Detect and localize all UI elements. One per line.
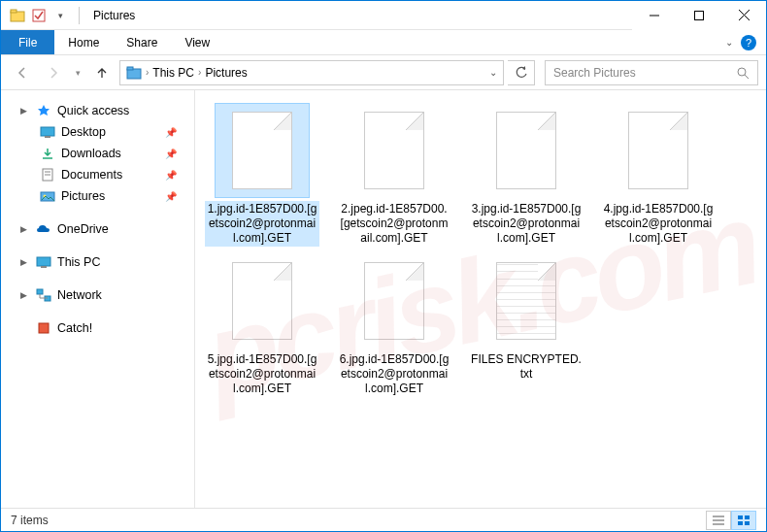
sidebar-thispc[interactable]: ▶This PC bbox=[1, 251, 194, 273]
file-name: 1.jpg.id-1E857D00.[getscoin2@protonmail.… bbox=[205, 201, 319, 247]
file-name: 5.jpg.id-1E857D00.[getscoin2@protonmail.… bbox=[205, 351, 319, 397]
share-tab[interactable]: Share bbox=[113, 30, 171, 54]
svg-point-9 bbox=[738, 68, 746, 76]
address-bar[interactable]: › This PC › Pictures ⌄ bbox=[119, 60, 504, 85]
sidebar-item-documents[interactable]: Documents📌 bbox=[1, 164, 194, 185]
sidebar-catch[interactable]: Catch! bbox=[1, 317, 194, 339]
sidebar-quick-access[interactable]: ▶Quick access bbox=[1, 100, 194, 121]
svg-rect-4 bbox=[695, 11, 704, 19]
titlebar: ▾ Pictures bbox=[1, 1, 766, 30]
file-thumbnail bbox=[612, 104, 705, 197]
blank-file-icon bbox=[364, 112, 424, 189]
navigation-bar: ▾ › This PC › Pictures ⌄ Search Pictures bbox=[1, 55, 766, 90]
blank-file-icon bbox=[232, 112, 292, 189]
pin-icon: 📌 bbox=[165, 170, 186, 181]
recent-dropdown[interactable]: ▾ bbox=[71, 59, 84, 86]
details-view-button[interactable] bbox=[706, 511, 731, 530]
svg-rect-25 bbox=[39, 323, 49, 333]
file-item[interactable]: 5.jpg.id-1E857D00.[getscoin2@protonmail.… bbox=[205, 254, 319, 397]
window-title: Pictures bbox=[93, 9, 135, 22]
svg-rect-20 bbox=[41, 266, 47, 268]
file-item[interactable]: 3.jpg.id-1E857D00.[getscoin2@protonmail.… bbox=[469, 104, 584, 247]
file-thumbnail bbox=[480, 104, 573, 197]
breadcrumb-pictures[interactable]: Pictures bbox=[205, 66, 247, 80]
sidebar-item-pictures[interactable]: Pictures📌 bbox=[1, 185, 194, 207]
file-item[interactable]: FILES ENCRYPTED.txt bbox=[469, 254, 584, 397]
svg-rect-11 bbox=[41, 127, 54, 136]
downloads-icon bbox=[40, 146, 55, 161]
window-controls bbox=[632, 1, 766, 30]
file-thumbnail bbox=[348, 254, 441, 348]
separator bbox=[79, 7, 80, 24]
minimize-button[interactable] bbox=[632, 1, 677, 30]
sidebar-item-downloads[interactable]: Downloads📌 bbox=[1, 143, 194, 164]
chevron-right-icon: › bbox=[198, 67, 201, 78]
onedrive-icon bbox=[36, 221, 51, 237]
file-thumbnail bbox=[480, 254, 573, 348]
sidebar-onedrive[interactable]: ▶OneDrive bbox=[1, 218, 194, 240]
forward-button[interactable] bbox=[40, 59, 67, 86]
svg-rect-30 bbox=[745, 515, 750, 519]
refresh-button[interactable] bbox=[508, 60, 535, 85]
chevron-right-icon: › bbox=[146, 67, 149, 78]
documents-icon bbox=[40, 167, 55, 183]
address-dropdown-icon[interactable]: ⌄ bbox=[489, 67, 497, 78]
file-name: FILES ENCRYPTED.txt bbox=[469, 351, 584, 382]
quick-access-toolbar: ▾ Pictures bbox=[1, 7, 135, 24]
navigation-pane: ▶Quick access Desktop📌 Downloads📌 Docume… bbox=[1, 90, 195, 508]
blank-file-icon bbox=[364, 262, 424, 340]
sidebar-network[interactable]: ▶Network bbox=[1, 284, 194, 306]
svg-rect-31 bbox=[738, 521, 743, 525]
maximize-button[interactable] bbox=[677, 1, 721, 30]
file-name: 6.jpg.id-1E857D00.[getscoin2@protonmail.… bbox=[337, 351, 451, 397]
desktop-icon bbox=[40, 124, 55, 140]
svg-rect-32 bbox=[745, 521, 750, 525]
file-item[interactable]: 4.jpg.id-1E857D00.[getscoin2@protonmail.… bbox=[601, 104, 716, 247]
text-file-icon bbox=[496, 262, 556, 340]
sidebar-item-desktop[interactable]: Desktop📌 bbox=[1, 121, 194, 143]
view-tab[interactable]: View bbox=[171, 30, 223, 54]
status-bar: 7 items bbox=[1, 508, 766, 531]
file-list[interactable]: 1.jpg.id-1E857D00.[getscoin2@protonmail.… bbox=[195, 90, 766, 508]
pin-icon: 📌 bbox=[165, 191, 186, 202]
search-placeholder: Search Pictures bbox=[553, 66, 636, 80]
star-icon bbox=[36, 103, 51, 118]
blank-file-icon bbox=[628, 112, 688, 189]
blank-file-icon bbox=[232, 262, 292, 340]
file-thumbnail bbox=[348, 104, 441, 197]
properties-icon[interactable] bbox=[30, 7, 48, 24]
ribbon: File Home Share View ⌄ ? bbox=[1, 30, 766, 55]
back-button[interactable] bbox=[9, 59, 36, 86]
home-tab[interactable]: Home bbox=[54, 30, 113, 54]
search-icon bbox=[736, 66, 750, 80]
svg-line-10 bbox=[745, 75, 749, 79]
thumbnails-view-button[interactable] bbox=[731, 511, 756, 530]
thispc-icon bbox=[36, 254, 51, 270]
file-tab[interactable]: File bbox=[1, 30, 54, 54]
explorer-window: ▾ Pictures File Home Share View ⌄ ? ▾ › … bbox=[0, 0, 767, 532]
pin-icon: 📌 bbox=[165, 127, 186, 138]
file-name: 2.jpeg.id-1E857D00.[getscoin2@protonmail… bbox=[337, 201, 451, 247]
breadcrumb-thispc[interactable]: This PC bbox=[152, 66, 194, 80]
svg-rect-19 bbox=[37, 257, 50, 266]
folder-icon bbox=[9, 7, 26, 24]
catch-icon bbox=[36, 320, 51, 336]
pictures-folder-icon bbox=[40, 188, 55, 204]
blank-file-icon bbox=[496, 112, 556, 189]
file-name: 3.jpg.id-1E857D00.[getscoin2@protonmail.… bbox=[469, 201, 584, 247]
close-button[interactable] bbox=[721, 1, 766, 30]
dropdown-icon[interactable]: ▾ bbox=[51, 7, 69, 24]
file-item[interactable]: 6.jpg.id-1E857D00.[getscoin2@protonmail.… bbox=[337, 254, 451, 397]
file-item[interactable]: 2.jpeg.id-1E857D00.[getscoin2@protonmail… bbox=[337, 104, 451, 247]
up-button[interactable] bbox=[88, 59, 116, 86]
item-count: 7 items bbox=[11, 514, 49, 527]
svg-rect-29 bbox=[738, 515, 743, 519]
file-item[interactable]: 1.jpg.id-1E857D00.[getscoin2@protonmail.… bbox=[205, 104, 319, 247]
svg-rect-17 bbox=[41, 192, 54, 201]
file-thumbnail bbox=[216, 104, 309, 197]
search-input[interactable]: Search Pictures bbox=[545, 60, 758, 85]
file-thumbnail bbox=[216, 254, 309, 348]
help-icon[interactable]: ? bbox=[741, 35, 756, 50]
ribbon-expand-icon[interactable]: ⌄ bbox=[725, 37, 733, 48]
svg-rect-8 bbox=[127, 67, 133, 70]
